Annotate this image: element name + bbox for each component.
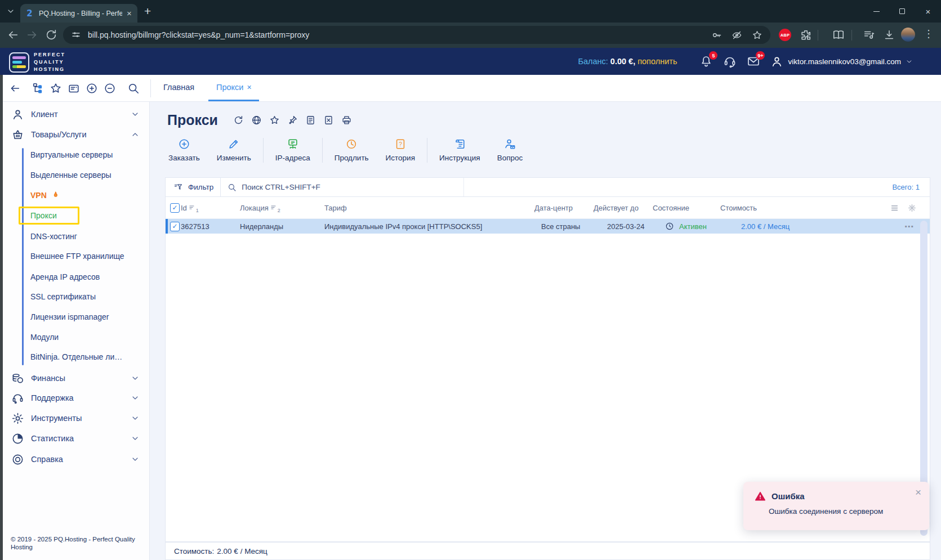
sidebar-item-dns-hosting[interactable]: DNS-хостинг: [30, 230, 77, 243]
back-icon[interactable]: [7, 29, 19, 41]
sidebar-item-products[interactable]: Товары/Услуги: [11, 128, 87, 141]
print-icon[interactable]: [341, 115, 352, 126]
column-header-location[interactable]: Локация 2: [240, 197, 280, 218]
search-box[interactable]: [228, 178, 464, 196]
column-settings-icon[interactable]: [890, 204, 899, 212]
site-settings-icon[interactable]: [71, 30, 81, 40]
search-icon[interactable]: [127, 82, 140, 95]
extensions-puzzle-icon[interactable]: [800, 29, 812, 41]
sort-icon: [270, 204, 277, 211]
globe-icon[interactable]: [251, 115, 262, 126]
column-header-datacenter[interactable]: Дата-центр: [534, 197, 573, 218]
sidebar-item-client[interactable]: Клиент: [11, 107, 58, 121]
select-all-checkbox[interactable]: ✓: [170, 203, 180, 213]
column-header-state[interactable]: Состояние: [653, 197, 689, 218]
row-checkbox[interactable]: ✓: [170, 222, 180, 231]
dashboard-card-icon[interactable]: [68, 82, 80, 95]
maximize-button[interactable]: [889, 0, 915, 23]
row-menu-ellipsis-icon[interactable]: ⋯: [904, 219, 914, 234]
forward-icon[interactable]: [26, 29, 38, 41]
profile-avatar[interactable]: [901, 28, 915, 42]
pin-icon[interactable]: [287, 115, 298, 126]
downloads-icon[interactable]: [883, 29, 895, 41]
excel-export-icon[interactable]: [323, 115, 334, 126]
sidebar-item-ftp-storage[interactable]: Внешнее FTP хранилище: [30, 249, 124, 263]
adblock-extension-icon[interactable]: ABP: [779, 29, 791, 41]
bookmark-star-icon[interactable]: [752, 30, 762, 41]
filter-divider: [220, 178, 221, 196]
zoom-out-icon[interactable]: [104, 82, 116, 95]
order-button[interactable]: Заказать: [160, 136, 208, 164]
history-doc-icon: ?: [394, 138, 407, 150]
sidebar-item-statistics[interactable]: Статистика: [11, 432, 74, 445]
tree-view-icon[interactable]: [32, 82, 44, 95]
user-account-menu[interactable]: viktor.maslennikov03@gmail.com: [770, 55, 913, 68]
question-button[interactable]: Вопрос: [489, 136, 532, 164]
sidebar-item-ispmanager[interactable]: Лицензии ispmanager: [30, 310, 109, 324]
toolbar-separator: [322, 138, 323, 163]
sidebar-item-help[interactable]: Справка: [11, 453, 63, 466]
table-row[interactable]: ✓ 3627513 Нидерланды Индивидуальные IPv4…: [166, 219, 930, 234]
tab-home[interactable]: Главная: [163, 83, 194, 92]
edit-button[interactable]: Изменить: [208, 136, 260, 164]
browser-tab-title: PQ.Hosting - Billing - Perfect Q: [39, 10, 122, 17]
sidebar-item-ssl[interactable]: SSL сертификаты: [30, 290, 96, 303]
support-button[interactable]: [723, 55, 737, 68]
favorite-star-icon[interactable]: [269, 115, 280, 126]
notifications-button[interactable]: 5: [699, 55, 713, 68]
sidebar-item-ip-rent[interactable]: Аренда IP адресов: [30, 270, 100, 284]
refresh-icon[interactable]: [45, 29, 57, 41]
chevron-down-icon: [6, 7, 15, 16]
media-playlist-icon[interactable]: [863, 29, 875, 41]
filter-button[interactable]: Фильтр: [188, 183, 213, 191]
sidebar-item-virtual-servers[interactable]: Виртуальные серверы: [30, 148, 113, 162]
cell-tariff: Индивидуальные IPv4 прокси [HTTP\SOCKS5]: [324, 219, 482, 234]
sidebar-item-tools[interactable]: Инструменты: [11, 411, 82, 425]
sidebar-item-finance[interactable]: Финансы: [11, 371, 65, 385]
new-tab-button[interactable]: +: [144, 5, 151, 18]
browser-tab[interactable]: 2 PQ.Hosting - Billing - Perfect Q ×: [20, 4, 137, 23]
eye-off-icon[interactable]: [732, 30, 742, 41]
chevron-down-icon: [131, 455, 140, 464]
zoom-in-icon[interactable]: [86, 82, 98, 95]
messages-button[interactable]: 9+: [747, 55, 760, 68]
annotation-highlight-box: [19, 207, 79, 225]
sidebar-item-modules[interactable]: Модули: [30, 330, 59, 344]
sidebar-item-vpn[interactable]: VPN: [30, 189, 60, 202]
url-text[interactable]: bill.pq.hosting/billmgr?clickstat=yes&p_…: [88, 30, 711, 39]
column-header-id[interactable]: Id 1: [181, 197, 199, 218]
toast-message: Ошибка соединения с сервером: [769, 507, 883, 516]
browser-menu-kebab-icon[interactable]: ⋮: [924, 28, 936, 40]
column-header-valid-until[interactable]: Действует до: [594, 197, 639, 218]
sidebar-item-bitninja[interactable]: BitNinja. Отдельные ли…: [30, 350, 122, 364]
client-person-icon: [11, 108, 24, 121]
address-bar[interactable]: bill.pq.hosting/billmgr?clickstat=yes&p_…: [63, 26, 770, 44]
refresh-icon[interactable]: [233, 115, 244, 126]
tab-proxy-close-icon[interactable]: ×: [247, 83, 251, 92]
renew-button[interactable]: Продлить: [326, 136, 377, 164]
tab-search-button[interactable]: [5, 5, 17, 17]
manual-button[interactable]: Инструкция: [431, 136, 489, 164]
report-list-icon[interactable]: [305, 115, 316, 126]
ip-addresses-button[interactable]: IP IP-адреса: [267, 136, 319, 164]
topup-link[interactable]: пополнить: [637, 57, 677, 66]
tab-close-icon[interactable]: ×: [127, 9, 132, 17]
column-header-cost[interactable]: Стоимость: [720, 197, 757, 218]
toast-close-icon[interactable]: ×: [915, 486, 921, 499]
person-mail-icon: [503, 138, 516, 150]
password-key-icon[interactable]: [711, 30, 722, 41]
table-gear-icon[interactable]: [908, 204, 916, 212]
reading-list-icon[interactable]: [832, 29, 845, 41]
close-button[interactable]: ×: [915, 0, 941, 23]
history-button[interactable]: ? История: [377, 136, 423, 164]
sidebar-item-dedicated-servers[interactable]: Выделенные серверы: [30, 168, 112, 182]
search-input[interactable]: [242, 183, 427, 191]
table-header-row: ✓ Id 1 Локация 2 Тариф Дата-центр Действ…: [166, 197, 930, 219]
sidebar-item-support[interactable]: Поддержка: [11, 391, 74, 405]
favorites-star-icon[interactable]: [50, 82, 62, 95]
minimize-button[interactable]: [863, 0, 889, 23]
back-arrow-icon[interactable]: [8, 82, 21, 95]
pq-hosting-logo[interactable]: PERFECT QUALITY HOSTING: [9, 51, 65, 73]
column-header-tariff[interactable]: Тариф: [324, 197, 347, 218]
tab-proxy[interactable]: Прокси×: [216, 83, 252, 92]
